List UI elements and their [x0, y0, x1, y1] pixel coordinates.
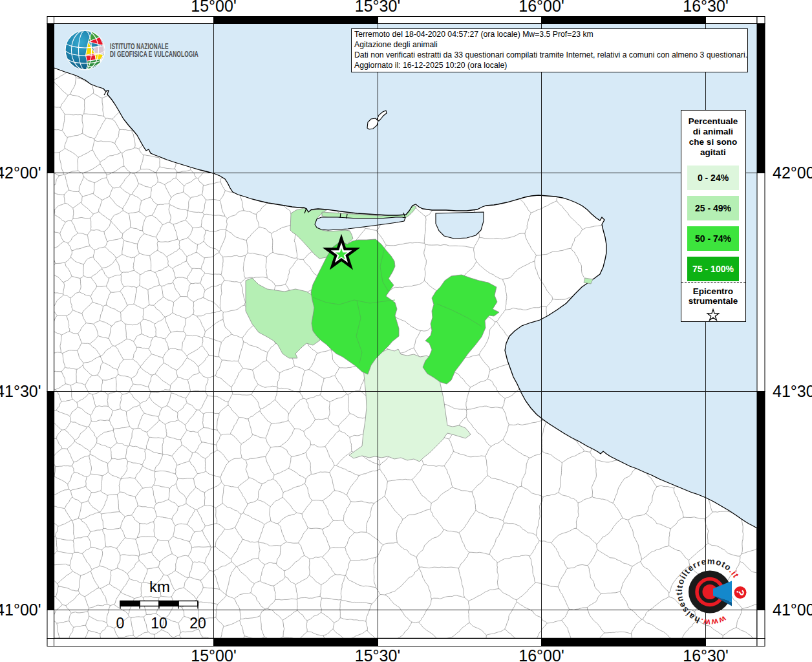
svg-text:10: 10	[151, 615, 167, 632]
svg-text:km: km	[149, 578, 170, 595]
svg-text:0: 0	[116, 615, 125, 632]
svg-text:20: 20	[189, 615, 206, 632]
